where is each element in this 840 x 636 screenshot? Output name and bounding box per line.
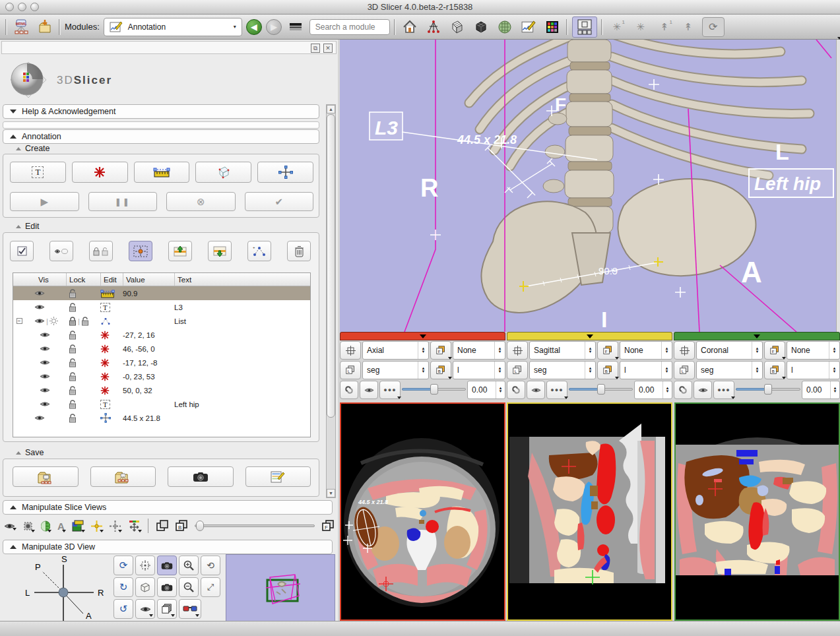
- view3d-visibility-button[interactable]: [135, 599, 155, 619]
- yellow-slice-view[interactable]: [507, 402, 672, 621]
- add-hierarchy-button[interactable]: +: [247, 241, 271, 261]
- annotation-table-row[interactable]: TL3: [13, 300, 310, 314]
- visibility-cell[interactable]: [25, 331, 66, 338]
- green-orientation-combo[interactable]: Coronal▲▼: [696, 341, 763, 360]
- visibility-cell[interactable]: [25, 414, 66, 422]
- history-forward-button[interactable]: ▶: [266, 19, 282, 35]
- red-orientation-combo[interactable]: Axial▲▼: [362, 341, 429, 360]
- text-cell[interactable]: L3: [174, 303, 310, 311]
- jump-to-annotation-button[interactable]: [129, 241, 152, 261]
- edit-cell[interactable]: [100, 317, 123, 326]
- slice-pin-button[interactable]: [674, 341, 695, 360]
- scrollbar-thumb[interactable]: [327, 114, 335, 418]
- pause-place-button[interactable]: ❚❚: [88, 192, 158, 211]
- yellow-background-layer-button[interactable]: B: [597, 361, 618, 379]
- delete-annotation-button[interactable]: [287, 241, 311, 261]
- slice-fiducial-visibility-button[interactable]: [22, 521, 34, 532]
- crosshair-button[interactable]: [91, 521, 102, 532]
- yellow-foreground-combo[interactable]: None▲▼: [620, 341, 672, 360]
- yellow-labelmap-combo[interactable]: l▲▼: [620, 361, 672, 379]
- red-labelmap-layer-button[interactable]: L: [340, 361, 361, 379]
- yaw-left-button[interactable]: ⟲: [201, 556, 220, 575]
- lock-cell[interactable]: [66, 386, 100, 395]
- slider-track[interactable]: [195, 525, 315, 527]
- yellow-fit-button[interactable]: [527, 381, 545, 399]
- edit-cell[interactable]: [100, 358, 123, 367]
- red-slice-bar[interactable]: [340, 332, 505, 340]
- annotation-table-row[interactable]: 90.9: [13, 286, 310, 300]
- create-bidimensional-button[interactable]: [257, 162, 313, 183]
- collapse-controller-icon[interactable]: [587, 334, 593, 338]
- green-slice-offset-slider[interactable]: [736, 381, 800, 398]
- yellow-orientation-combo[interactable]: Sagittal▲▼: [529, 341, 596, 360]
- fade-slider[interactable]: [195, 517, 315, 534]
- green-link-button[interactable]: [674, 381, 692, 399]
- done-place-button[interactable]: ✔: [245, 192, 314, 211]
- slider-handle[interactable]: [430, 384, 438, 395]
- lock-cell[interactable]: |: [66, 317, 100, 326]
- green-background-layer-button[interactable]: B: [764, 361, 785, 379]
- screenshot-3d-button[interactable]: [157, 556, 177, 575]
- lock-cell[interactable]: [66, 400, 100, 409]
- toggle-visibility-button[interactable]: [49, 241, 73, 261]
- green-slice-bar[interactable]: [674, 332, 840, 340]
- green-foreground-combo[interactable]: None▲▼: [787, 341, 840, 360]
- orthographic-button[interactable]: [135, 577, 155, 597]
- select-all-button[interactable]: [10, 241, 34, 261]
- annotation-table-row[interactable]: 46, -56, 0: [13, 342, 310, 356]
- visibility-cell[interactable]: |: [25, 317, 66, 325]
- red-slice-view[interactable]: 44.5 x 21.8: [340, 402, 505, 621]
- scroll-down-arrow[interactable]: ▼: [327, 489, 335, 497]
- green-background-combo[interactable]: seg▲▼: [696, 361, 763, 379]
- lock-cell[interactable]: [66, 331, 100, 340]
- red-foreground-layer-button[interactable]: F: [430, 341, 451, 360]
- visibility-cell[interactable]: [25, 290, 66, 297]
- panel-scrollbar[interactable]: ▲ ▼: [326, 104, 336, 498]
- slider-handle[interactable]: [764, 384, 772, 395]
- undock-panel-icon[interactable]: ⧉: [311, 44, 320, 53]
- create-ruler-button[interactable]: [134, 162, 190, 183]
- green-foreground-layer-button[interactable]: F: [764, 341, 785, 360]
- green-offset-spinbox[interactable]: 0.00▲▼: [802, 381, 840, 399]
- yellow-link-button[interactable]: [507, 381, 525, 399]
- col-lock[interactable]: Lock: [66, 273, 100, 286]
- red-slice-offset-slider[interactable]: [402, 381, 466, 398]
- red-labelmap-combo[interactable]: l▲▼: [453, 361, 505, 379]
- tree-expander-cell[interactable]: −: [13, 318, 25, 324]
- edit-cell[interactable]: [100, 331, 123, 340]
- save-scene-button[interactable]: [13, 466, 79, 487]
- slider-handle[interactable]: [196, 521, 204, 531]
- scroll-up-arrow[interactable]: ▲: [327, 105, 335, 113]
- center-view-button[interactable]: [135, 556, 155, 575]
- lock-cell[interactable]: [66, 358, 100, 367]
- background-layer-button[interactable]: B: [176, 520, 187, 532]
- foreground-layer-button[interactable]: [156, 520, 168, 532]
- manipulate-3d-view-section[interactable]: Manipulate 3D View: [3, 540, 333, 554]
- slice-pin-button[interactable]: [340, 341, 361, 360]
- annotation-table-row[interactable]: −||List: [13, 314, 310, 328]
- slice-annotation-display-button[interactable]: A: [57, 521, 65, 532]
- edit-cell[interactable]: [100, 372, 123, 381]
- screenshot-button[interactable]: [168, 466, 234, 487]
- generate-report-button[interactable]: [245, 466, 311, 487]
- lock-cell[interactable]: [66, 303, 100, 312]
- green-labelmap-layer-button[interactable]: L: [674, 361, 695, 379]
- create-roi-button[interactable]: [195, 162, 251, 183]
- help-acknowledgement-section[interactable]: Help & Acknowledgement: [3, 104, 319, 119]
- slice-model-visibility-button[interactable]: [41, 521, 50, 532]
- green-fit-button[interactable]: [694, 381, 712, 399]
- edit-cell[interactable]: [100, 289, 123, 298]
- visibility-cell[interactable]: [25, 373, 66, 380]
- red-more-options-button[interactable]: ●●●: [379, 381, 401, 399]
- load-scene-button[interactable]: MRML: [11, 17, 31, 37]
- annotation-section[interactable]: Annotation: [3, 129, 319, 144]
- slider-handle[interactable]: [597, 384, 605, 395]
- collapse-controller-icon[interactable]: [420, 334, 426, 338]
- yellow-slice-offset-slider[interactable]: [569, 381, 633, 398]
- red-fit-button[interactable]: [360, 381, 378, 399]
- value-cell[interactable]: 90.9: [123, 290, 174, 298]
- spin-view-button[interactable]: ↻: [113, 577, 133, 597]
- label-opacity-button[interactable]: [72, 520, 84, 532]
- value-cell[interactable]: 44.5 x 21.8: [123, 414, 174, 422]
- module-history-button[interactable]: [286, 17, 306, 37]
